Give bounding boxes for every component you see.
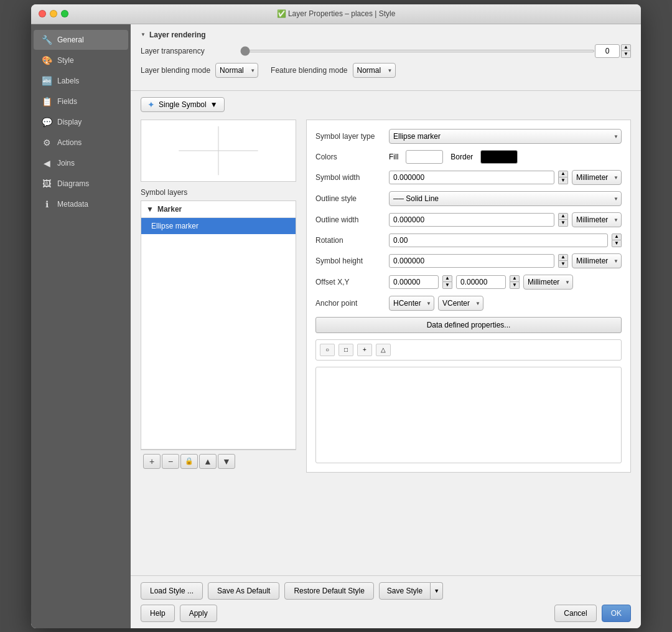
offset-unit-select[interactable]: Millimeter Pixel <box>523 275 573 290</box>
triangle-shape-btn[interactable]: △ <box>376 344 391 356</box>
colors-value: Fill Border <box>389 150 622 164</box>
layer-rendering-panel: Layer transparency 0 ▲ ▼ L <box>131 44 641 91</box>
outline-width-value: 0.000000 ▲ ▼ Millimeter Pixel <box>389 212 622 227</box>
sidebar-item-fields[interactable]: 📋 Fields <box>34 92 128 111</box>
rotation-label: Rotation <box>315 236 384 245</box>
border-color-box[interactable] <box>480 150 518 164</box>
single-symbol-button[interactable]: ✦ Single Symbol ▼ <box>141 97 225 112</box>
offset-x-spin: ▲ ▼ <box>442 275 452 289</box>
sidebar-item-style[interactable]: 🎨 Style <box>34 50 128 70</box>
fill-color-box[interactable] <box>406 150 443 164</box>
offset-y-down[interactable]: ▼ <box>510 282 520 289</box>
outline-width-unit-wrapper: Millimeter Pixel <box>572 212 622 227</box>
minimize-button[interactable] <box>50 10 57 17</box>
tree-item-ellipse[interactable]: Ellipse marker <box>141 218 296 234</box>
symbol-height-spin: ▲ ▼ <box>558 254 568 268</box>
tree-up-button[interactable]: ▲ <box>199 454 217 469</box>
offset-x-up[interactable]: ▲ <box>442 275 452 282</box>
outline-width-input[interactable]: 0.000000 <box>389 213 554 227</box>
sidebar-item-metadata[interactable]: ℹ Metadata <box>34 194 128 214</box>
outline-width-down[interactable]: ▼ <box>558 220 568 227</box>
transparency-input[interactable]: 0 <box>595 44 620 58</box>
symbol-layer-type-value: Ellipse marker Simple marker SVG marker <box>389 129 622 144</box>
tree-remove-button[interactable]: − <box>162 454 179 469</box>
offset-x-down[interactable]: ▼ <box>442 282 452 289</box>
sidebar-label-actions: Actions <box>57 138 82 147</box>
symbol-height-label: Symbol height <box>315 257 384 265</box>
outline-width-unit-select[interactable]: Millimeter Pixel <box>572 212 622 227</box>
apply-button[interactable]: Apply <box>180 605 217 622</box>
tree-add-button[interactable]: + <box>143 454 161 469</box>
symbol-width-row: Symbol width 0.000000 ▲ ▼ Millimeter <box>315 170 622 185</box>
maximize-button[interactable] <box>61 10 68 17</box>
data-defined-btn[interactable]: Data defined properties... <box>315 317 622 333</box>
offset-row: Offset X,Y 0.00000 ▲ ▼ 0.00000 ▲ <box>315 275 622 290</box>
tree-down-button[interactable]: ▼ <box>218 454 235 469</box>
window-body: 🔧 General 🎨 Style 🔤 Labels 📋 Fields 💬 Di… <box>31 24 641 628</box>
general-icon: 🔧 <box>41 34 52 45</box>
diagrams-icon: 🖼 <box>41 178 52 189</box>
transparency-slider[interactable] <box>240 50 595 52</box>
outline-style-label: Outline style <box>315 194 384 203</box>
feature-blend-select[interactable]: Normal Multiply Screen <box>353 63 396 78</box>
offset-y-input[interactable]: 0.00000 <box>456 275 506 289</box>
layer-rendering-header[interactable]: ▼ Layer rendering <box>131 24 641 44</box>
outline-style-select[interactable]: ── Solid Line -- Dashed Line .. Dotted L… <box>389 191 622 206</box>
rectangle-shape-btn[interactable]: □ <box>338 344 353 356</box>
symbol-width-input[interactable]: 0.000000 <box>389 171 554 184</box>
sidebar-item-joins[interactable]: ◀ Joins <box>34 153 128 173</box>
sidebar-label-joins: Joins <box>57 159 75 167</box>
symbol-height-unit-select[interactable]: Millimeter Pixel <box>572 253 622 268</box>
rotation-input[interactable]: 0.00 <box>389 233 608 247</box>
anchor-h-select[interactable]: HCenter Left Right <box>389 296 434 311</box>
symbol-height-down[interactable]: ▼ <box>558 261 568 268</box>
symbol-width-unit-select[interactable]: Millimeter Pixel Point <box>572 170 622 185</box>
layer-blend-select[interactable]: Normal Multiply Screen <box>215 63 258 78</box>
sidebar-item-diagrams[interactable]: 🖼 Diagrams <box>34 174 128 194</box>
ok-button[interactable]: OK <box>602 605 631 622</box>
transparency-spin-down[interactable]: ▼ <box>621 51 631 58</box>
offset-y-up[interactable]: ▲ <box>510 275 520 282</box>
outline-width-up[interactable]: ▲ <box>558 213 568 220</box>
symbol-preview <box>141 120 296 182</box>
shape-toolbar: ○ □ + △ <box>315 339 622 361</box>
left-actions: Help Apply <box>141 605 217 622</box>
rotation-up[interactable]: ▲ <box>612 233 622 240</box>
symbol-height-input[interactable]: 0.000000 <box>389 254 554 268</box>
offset-x-input[interactable]: 0.00000 <box>389 275 439 289</box>
layer-blend-wrapper: Normal Multiply Screen <box>215 63 258 78</box>
sidebar-label-metadata: Metadata <box>57 200 88 209</box>
symbol-height-up[interactable]: ▲ <box>558 254 568 261</box>
outline-style-value: ── Solid Line -- Dashed Line .. Dotted L… <box>389 191 622 206</box>
right-actions: Cancel OK <box>554 605 631 622</box>
transparency-spin-up[interactable]: ▲ <box>621 44 631 51</box>
close-button[interactable] <box>39 10 46 17</box>
load-style-button[interactable]: Load Style ... <box>141 582 203 600</box>
symbol-icon: ✦ <box>147 100 155 110</box>
save-style-button[interactable]: Save Style <box>379 582 431 600</box>
help-button[interactable]: Help <box>141 605 175 622</box>
rotation-down[interactable]: ▼ <box>612 240 622 247</box>
symbol-height-unit-wrapper: Millimeter Pixel <box>572 253 622 268</box>
cancel-button[interactable]: Cancel <box>554 605 596 622</box>
cross-shape-btn[interactable]: + <box>357 344 372 356</box>
symbol-width-down[interactable]: ▼ <box>558 177 568 184</box>
save-style-dropdown[interactable]: ▼ <box>431 582 443 600</box>
sidebar-item-general[interactable]: 🔧 General <box>34 30 128 50</box>
sidebar-item-actions[interactable]: ⚙ Actions <box>34 133 128 153</box>
save-as-default-button[interactable]: Save As Default <box>208 582 279 600</box>
window-title: ✅ Layer Properties – places | Style <box>277 9 396 18</box>
symbol-type-select[interactable]: Ellipse marker Simple marker SVG marker <box>389 129 622 144</box>
symbol-width-up[interactable]: ▲ <box>558 171 568 177</box>
sidebar-label-display: Display <box>57 118 82 126</box>
ellipse-shape-btn[interactable]: ○ <box>320 344 335 356</box>
fill-label: Fill <box>389 153 398 161</box>
sidebar-item-labels[interactable]: 🔤 Labels <box>34 71 128 91</box>
tree-lock-button[interactable]: 🔒 <box>180 454 198 469</box>
outline-width-label: Outline width <box>315 215 384 224</box>
sidebar-item-display[interactable]: 💬 Display <box>34 112 128 132</box>
symbol-layer-type-row: Symbol layer type Ellipse marker Simple … <box>315 129 622 144</box>
symbol-layers-label: Symbol layers <box>141 188 296 197</box>
anchor-v-select[interactable]: VCenter Top Bottom <box>438 296 483 311</box>
restore-default-button[interactable]: Restore Default Style <box>284 582 373 600</box>
